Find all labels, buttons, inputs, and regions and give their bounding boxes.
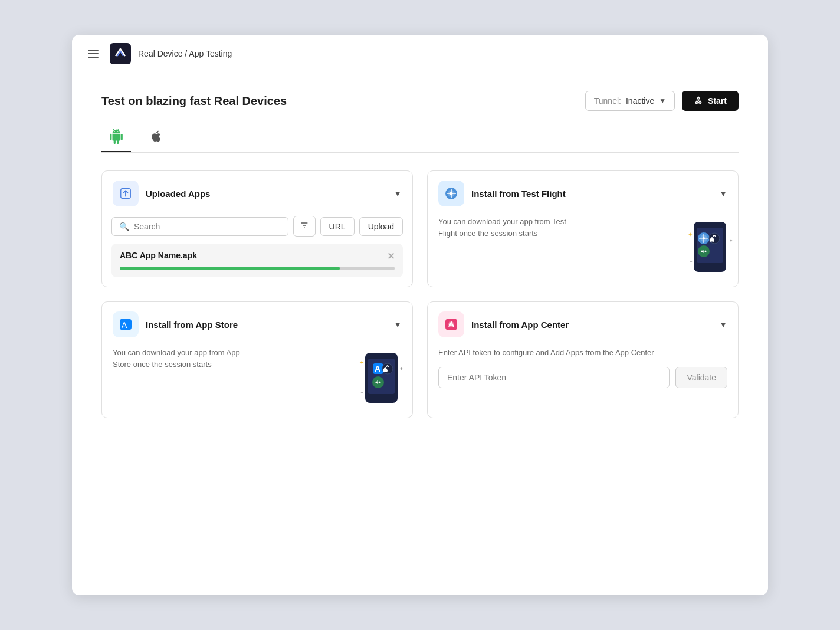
svg-rect-13 — [697, 228, 723, 263]
filter-icon — [300, 221, 309, 230]
api-token-row: Validate — [438, 367, 727, 388]
appcenter-card: Install from App Center ▼ Enter API toke… — [427, 301, 739, 418]
hamburger-icon — [86, 47, 101, 60]
svg-rect-39 — [376, 382, 379, 383]
rocket-icon — [694, 96, 703, 106]
uploaded-apps-card: Uploaded Apps ▼ 🔍 — [101, 170, 413, 287]
header: Real Device / App Testing — [72, 35, 768, 73]
uploaded-apps-icon — [113, 181, 139, 206]
uploaded-apps-body: 🔍 URL Upload — [102, 216, 412, 287]
search-icon: 🔍 — [119, 222, 129, 231]
uploaded-apps-header: Uploaded Apps ▼ — [102, 171, 412, 216]
main-content: Test on blazing fast Real Devices Tunnel… — [72, 73, 768, 436]
api-token-input[interactable] — [438, 367, 670, 388]
svg-rect-24 — [701, 251, 704, 252]
apple-icon — [150, 130, 163, 143]
appcenter-icon — [438, 311, 464, 337]
appcenter-desc: Enter API token to configure and Add App… — [438, 347, 727, 359]
search-bar: 🔍 URL Upload — [111, 216, 403, 237]
tab-android[interactable] — [101, 125, 131, 152]
appstore-title: Install from App Store — [146, 320, 386, 330]
appstore-body: You can download your app from App Store… — [102, 347, 412, 418]
top-bar: Test on blazing fast Real Devices Tunnel… — [101, 91, 739, 111]
svg-point-11 — [450, 192, 453, 195]
appstore-desc: You can download your app from App Store… — [113, 347, 248, 382]
uploaded-apps-chevron[interactable]: ▼ — [393, 189, 402, 198]
search-input[interactable] — [134, 222, 281, 231]
testflight-illustration-svg: ✦ ✦ ✦ — [661, 216, 738, 287]
testflight-title: Install from Test Flight — [471, 189, 712, 199]
appstore-card: A Install from App Store ▼ You can downl… — [101, 301, 413, 418]
appcenter-app-icon — [444, 317, 458, 332]
breadcrumb: Real Device / App Testing — [138, 49, 232, 58]
start-button[interactable]: Start — [682, 91, 739, 111]
svg-point-22 — [705, 251, 707, 252]
app-file-name-text: ABC App Name.apk — [120, 251, 197, 262]
upload-icon — [119, 187, 132, 200]
app-window: Real Device / App Testing Test on blazin… — [72, 35, 768, 595]
page-title: Test on blazing fast Real Devices — [101, 94, 287, 108]
tunnel-status: Inactive — [626, 96, 654, 106]
testflight-chevron[interactable]: ▼ — [719, 189, 727, 198]
svg-text:✦: ✦ — [360, 391, 363, 395]
svg-text:A: A — [122, 320, 127, 330]
svg-text:A: A — [375, 364, 380, 373]
tunnel-dropdown[interactable]: Tunnel: Inactive ▼ — [585, 91, 675, 111]
appcenter-chevron[interactable]: ▼ — [719, 320, 727, 329]
svg-text:✦: ✦ — [359, 359, 364, 366]
svg-text:✦: ✦ — [399, 366, 403, 372]
progress-bar-track — [120, 267, 395, 270]
svg-text:✦: ✦ — [688, 231, 693, 238]
appstore-app-icon: A — [119, 317, 133, 332]
svg-rect-0 — [110, 43, 131, 64]
testflight-card: Install from Test Flight ▼ You can downl… — [427, 170, 739, 287]
testflight-illustration: ✦ ✦ ✦ — [661, 216, 738, 287]
appcenter-body: Enter API token to configure and Add App… — [428, 347, 738, 399]
tab-apple[interactable] — [143, 125, 170, 152]
chevron-down-icon: ▼ — [659, 97, 666, 105]
appstore-header: A Install from App Store ▼ — [102, 302, 412, 347]
menu-button[interactable] — [84, 44, 103, 63]
platform-tabs — [101, 125, 739, 153]
url-button[interactable]: URL — [320, 217, 355, 236]
svg-point-18 — [703, 237, 705, 239]
svg-point-1 — [698, 99, 700, 101]
start-label: Start — [708, 96, 727, 106]
app-file-name-row: ABC App Name.apk ✕ — [120, 251, 395, 262]
top-bar-right: Tunnel: Inactive ▼ Start — [585, 91, 739, 111]
svg-text:✦: ✦ — [729, 238, 733, 244]
filter-button[interactable] — [293, 216, 316, 237]
logo-icon — [110, 43, 131, 64]
cards-grid: Uploaded Apps ▼ 🔍 — [101, 170, 739, 418]
tunnel-label: Tunnel: — [594, 96, 621, 106]
search-input-wrap: 🔍 — [111, 217, 288, 236]
testflight-app-icon — [444, 186, 458, 201]
appstore-icon: A — [113, 311, 139, 337]
uploaded-apps-title: Uploaded Apps — [146, 189, 386, 199]
validate-button[interactable]: Validate — [675, 367, 727, 388]
testflight-icon — [438, 181, 464, 206]
svg-point-37 — [379, 382, 381, 383]
progress-bar-fill — [120, 267, 340, 270]
appcenter-title: Install from App Center — [471, 320, 712, 330]
testflight-desc: You can download your app from Test Flig… — [438, 216, 574, 251]
close-icon[interactable]: ✕ — [387, 251, 395, 262]
upload-button[interactable]: Upload — [359, 217, 403, 236]
appstore-illustration-svg: A ✦ ✦ — [336, 347, 412, 418]
appstore-chevron[interactable]: ▼ — [393, 320, 402, 329]
android-icon — [109, 129, 124, 144]
appcenter-header: Install from App Center ▼ — [428, 302, 738, 347]
testflight-body: You can download your app from Test Flig… — [428, 216, 738, 287]
appstore-illustration: A ✦ ✦ — [336, 347, 412, 418]
svg-text:✦: ✦ — [690, 260, 693, 264]
testflight-header: Install from Test Flight ▼ — [428, 171, 738, 216]
app-file-row: ABC App Name.apk ✕ — [111, 244, 403, 277]
